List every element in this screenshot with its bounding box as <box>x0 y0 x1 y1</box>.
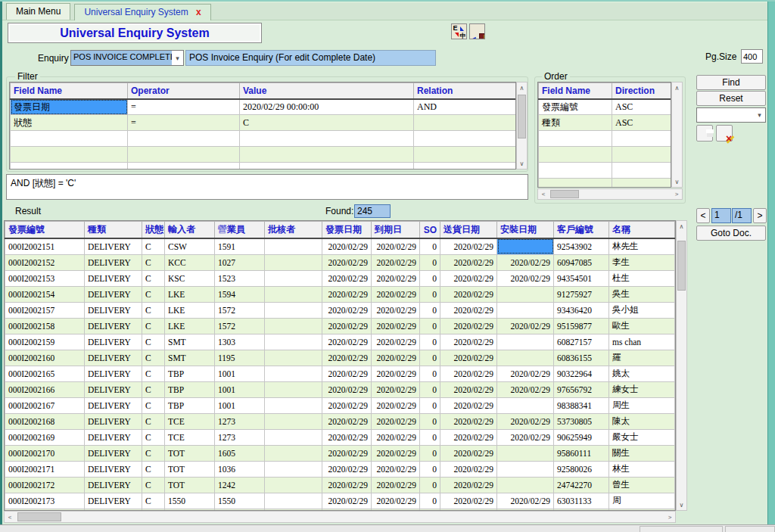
column-header[interactable]: 輸入者 <box>165 222 215 239</box>
filter-cell[interactable] <box>128 131 240 147</box>
order-cell[interactable]: 種類 <box>539 115 612 131</box>
filter-cell[interactable]: 發票日期 <box>11 99 128 115</box>
filter-cell[interactable] <box>128 163 240 170</box>
result-cell[interactable]: 94354501 <box>554 270 609 286</box>
filter-cell[interactable]: = <box>128 99 240 115</box>
order-cell[interactable] <box>539 179 612 188</box>
result-cell[interactable]: 2020/02/29 <box>497 493 554 509</box>
scroll-up-icon[interactable]: ∧ <box>677 221 686 232</box>
result-cell[interactable]: 2020/02/29 <box>322 302 372 318</box>
result-cell[interactable]: 0 <box>420 461 440 477</box>
result-row[interactable]: 000I2002152DELIVERYCKCC10272020/02/29202… <box>5 254 675 270</box>
current-page-box[interactable]: 1 <box>711 208 731 223</box>
result-cell[interactable]: 林先生 <box>609 238 675 254</box>
result-cell[interactable]: 0 <box>420 302 440 318</box>
result-cell[interactable]: 0 <box>420 318 440 334</box>
result-cell[interactable]: 2020/02/29 <box>372 381 420 397</box>
result-cell[interactable]: 2020/02/29 <box>372 477 420 493</box>
result-cell[interactable]: DELIVERY <box>85 318 142 334</box>
order-row[interactable]: 發票編號ASC <box>539 99 672 115</box>
result-cell[interactable]: DELIVERY <box>85 397 142 413</box>
scroll-left-icon[interactable]: < <box>5 512 15 522</box>
result-cell[interactable] <box>497 286 554 302</box>
result-cell[interactable] <box>497 350 554 366</box>
result-cell[interactable]: 90322964 <box>554 366 609 381</box>
result-cell[interactable]: C <box>142 366 165 381</box>
result-cell[interactable] <box>497 477 554 493</box>
result-cell[interactable]: DELIVERY <box>85 302 142 318</box>
result-cell[interactable]: SMT <box>165 350 215 366</box>
result-cell[interactable]: TBP <box>165 366 215 381</box>
column-header[interactable]: Field Name <box>11 83 128 99</box>
result-cell[interactable]: 2020/02/29 <box>372 366 420 381</box>
order-scroll-thumb[interactable] <box>550 190 579 198</box>
result-cell[interactable]: 0 <box>420 381 440 397</box>
result-cell[interactable]: DELIVERY <box>85 493 142 509</box>
order-cell[interactable] <box>612 163 672 179</box>
result-cell[interactable]: 2020/02/29 <box>322 350 372 366</box>
result-cell[interactable]: 1550 <box>215 493 265 509</box>
result-cell[interactable]: 97656792 <box>554 381 609 397</box>
result-cell[interactable]: 1523 <box>215 270 265 286</box>
order-cell[interactable] <box>539 147 612 163</box>
result-row[interactable]: 000I2002153DELIVERYCKSC15232020/02/29202… <box>5 270 675 286</box>
column-header[interactable]: 狀態 <box>142 222 165 239</box>
result-cell[interactable]: 陳太 <box>609 413 675 429</box>
result-cell[interactable] <box>265 445 322 461</box>
result-cell[interactable]: 2020/02/29 <box>497 318 554 334</box>
result-cell[interactable]: 2020/02/29 <box>322 413 372 429</box>
result-cell[interactable]: 2020/02/29 <box>322 477 372 493</box>
result-cell[interactable]: 2020/02/29 <box>440 318 497 334</box>
result-cell[interactable]: 90625949 <box>554 429 609 445</box>
result-cell[interactable]: C <box>142 302 165 318</box>
page-size-input[interactable] <box>741 49 763 64</box>
result-cell[interactable]: 0 <box>420 493 440 509</box>
result-cell[interactable] <box>265 350 322 366</box>
result-row[interactable]: 000I2002167DELIVERYCTBP10012020/02/29202… <box>5 397 675 413</box>
filter-row[interactable] <box>11 163 517 170</box>
result-cell[interactable]: 91275927 <box>554 286 609 302</box>
result-cell[interactable] <box>497 238 554 254</box>
result-cell[interactable]: C <box>142 350 165 366</box>
result-cell[interactable]: 2020/02/29 <box>497 270 554 286</box>
result-cell[interactable]: 吳生 <box>609 286 675 302</box>
result-cell[interactable]: 2020/02/29 <box>322 429 372 445</box>
result-cell[interactable]: 0 <box>420 238 440 254</box>
result-cell[interactable]: 000I2002167 <box>5 397 85 413</box>
result-cell[interactable]: 000I2002170 <box>5 445 85 461</box>
result-cell[interactable]: 2020/02/29 <box>497 366 554 381</box>
result-cell[interactable]: TBP <box>165 381 215 397</box>
result-cell[interactable]: 93436420 <box>554 302 609 318</box>
result-cell[interactable]: 98388341 <box>554 397 609 413</box>
result-cell[interactable]: 1572 <box>215 318 265 334</box>
filter-cell[interactable]: 2020/02/29 00:00:00 <box>240 99 414 115</box>
result-cell[interactable]: 2020/02/29 <box>372 461 420 477</box>
order-row[interactable] <box>539 163 672 179</box>
result-cell[interactable]: DELIVERY <box>85 429 142 445</box>
result-cell[interactable]: 2020/02/29 <box>372 254 420 270</box>
result-cell[interactable]: TBP <box>165 397 215 413</box>
result-cell[interactable]: 杜生 <box>609 270 675 286</box>
result-cell[interactable]: 1242 <box>215 477 265 493</box>
result-cell[interactable]: SMT <box>165 334 215 350</box>
filter-row[interactable] <box>11 147 517 163</box>
order-cell[interactable]: ASC <box>612 115 672 131</box>
result-cell[interactable] <box>265 477 322 493</box>
result-cell[interactable]: 2020/02/29 <box>497 413 554 429</box>
result-cell[interactable]: 2020/02/29 <box>372 286 420 302</box>
prev-page-button[interactable]: < <box>696 208 710 223</box>
result-cell[interactable]: 92580026 <box>554 461 609 477</box>
result-cell[interactable]: 95159877 <box>554 318 609 334</box>
result-cell[interactable]: DELIVERY <box>85 334 142 350</box>
filter-row[interactable]: 發票日期=2020/02/29 00:00:00AND <box>11 99 517 115</box>
order-cell[interactable]: ASC <box>612 99 672 115</box>
result-cell[interactable]: 2020/02/29 <box>322 270 372 286</box>
result-cell[interactable]: 羅 <box>609 350 675 366</box>
order-vertical-scrollbar[interactable]: ∧ ∨ <box>671 82 683 188</box>
result-cell[interactable]: C <box>142 318 165 334</box>
result-cell[interactable]: 2020/02/29 <box>372 270 420 286</box>
result-cell[interactable]: 2020/02/29 <box>440 270 497 286</box>
filter-cell[interactable] <box>11 163 128 170</box>
result-cell[interactable]: C <box>142 445 165 461</box>
result-cell[interactable]: 1303 <box>215 334 265 350</box>
